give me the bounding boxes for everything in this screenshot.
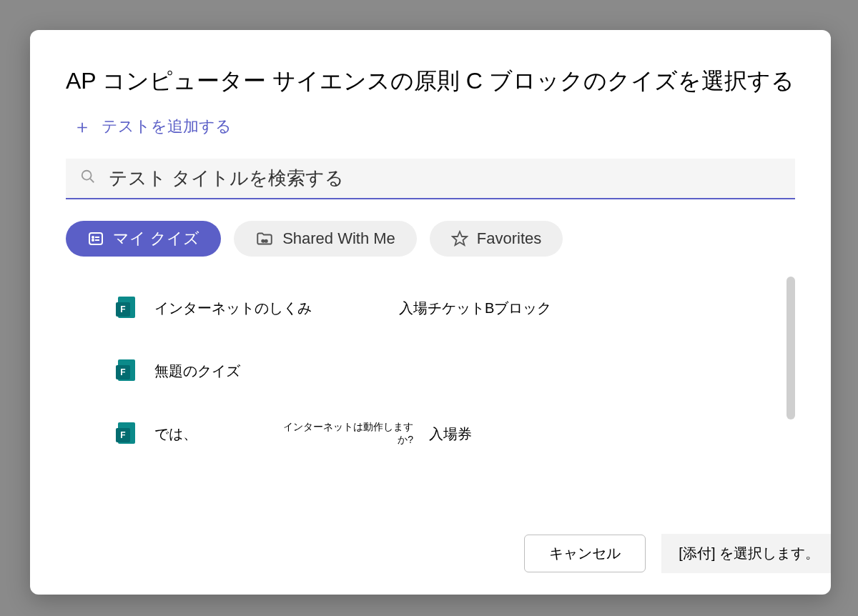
forms-icon: F [116,297,139,319]
tab-label: マイ クイズ [113,228,199,249]
svg-point-8 [265,240,267,242]
quiz-picker-dialog: AP コンピューター サイエンスの原則 C ブロックのクイズを選択する ＋ テス… [30,30,831,595]
svg-point-7 [262,240,264,242]
quiz-subtitle: 入場券 [429,424,472,444]
quiz-title: インターネットのしくみ [154,299,383,318]
quiz-subtitle: 入場チケットBブロック [399,299,551,318]
svg-point-5 [92,239,94,241]
quiz-list-item[interactable]: F インターネットのしくみ 入場チケットBブロック [116,277,766,339]
scrollbar[interactable] [786,277,795,419]
quiz-title: 無題のクイズ [154,362,383,381]
add-test-label: テストを追加する [102,116,232,137]
search-input[interactable] [109,167,781,189]
svg-rect-2 [89,233,102,244]
tab-label: Favorites [477,229,541,248]
tab-shared-with-me[interactable]: Shared With Me [234,221,417,257]
search-bar[interactable] [66,159,795,199]
svg-point-0 [82,170,92,179]
quiz-list-item[interactable]: F では、 インターネットは動作しますか? 入場券 [116,402,766,465]
dialog-title: AP コンピューター サイエンスの原則 C ブロックのクイズを選択する [66,66,795,97]
search-icon [80,169,96,189]
quiz-note: インターネットは動作しますか? [270,421,413,447]
tab-label: Shared With Me [282,229,395,248]
quiz-list-area: F インターネットのしくみ 入場チケットBブロック F 無題のクイズ F では、… [66,277,795,520]
svg-line-1 [90,179,94,182]
quiz-list-item[interactable]: F 無題のクイズ [116,339,766,402]
forms-icon: F [116,422,139,445]
list-icon [87,230,104,247]
svg-marker-9 [453,232,467,245]
folder-shared-icon [255,229,274,248]
dialog-footer: キャンセル [添付] を選択します。 [66,520,795,573]
svg-point-3 [92,237,94,238]
plus-icon: ＋ [73,117,92,136]
quiz-title: では、 [154,424,255,444]
tab-my-quizzes[interactable]: マイ クイズ [66,221,221,257]
tab-favorites[interactable]: Favorites [430,221,563,257]
attach-button[interactable]: [添付] を選択します。 [661,534,831,573]
cancel-button[interactable]: キャンセル [524,535,646,572]
add-test-button[interactable]: ＋ テストを追加する [73,116,232,137]
filter-tabs: マイ クイズ Shared With Me Favorites [66,221,795,257]
forms-icon: F [116,359,139,382]
star-icon [451,230,468,247]
quiz-list: F インターネットのしくみ 入場チケットBブロック F 無題のクイズ F では、… [66,277,795,465]
